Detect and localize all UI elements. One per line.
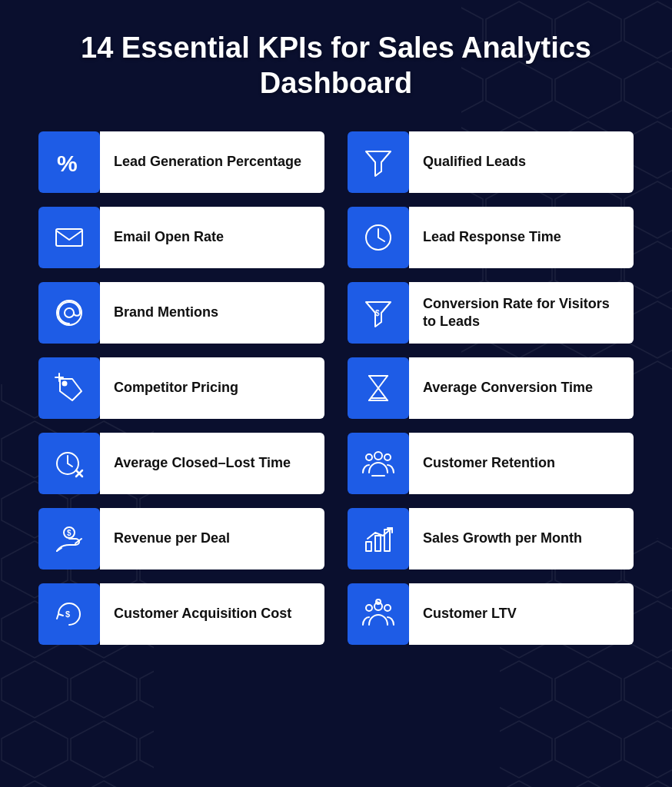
svg-point-26	[366, 605, 372, 611]
kpi-label-qualified-leads: Qualified Leads	[423, 153, 526, 171]
kpi-label-lead-response-time: Lead Response Time	[423, 228, 561, 246]
kpi-label-competitor-pricing: Competitor Pricing	[114, 379, 238, 397]
svg-point-16	[374, 452, 382, 460]
kpi-icon-lead-response-time	[348, 207, 409, 268]
kpi-icon-qualified-leads	[348, 131, 409, 193]
kpi-icon-customer-retention	[348, 433, 409, 494]
kpi-label-box-competitor-pricing: Competitor Pricing	[100, 357, 324, 419]
svg-point-18	[384, 454, 391, 460]
kpi-label-customer-retention: Customer Retention	[423, 454, 555, 472]
kpi-label-conversion-rate: Conversion Rate for Visitors to Leads	[423, 295, 620, 331]
kpi-label-box-average-closed-lost-time: Average Closed–Lost Time	[100, 433, 324, 494]
kpi-label-box-revenue-per-deal: Revenue per Deal	[100, 508, 324, 569]
kpi-card-lead-response-time: Lead Response Time	[348, 207, 634, 268]
kpi-label-box-email-open-rate: Email Open Rate	[100, 207, 324, 268]
kpi-card-revenue-per-deal: $ Revenue per Deal	[38, 508, 324, 569]
kpi-label-box-average-conversion-time: Average Conversion Time	[409, 357, 634, 419]
main-content: 14 Essential KPIs for Sales Analytics Da…	[0, 0, 672, 676]
kpi-label-sales-growth-per-month: Sales Growth per Month	[423, 530, 582, 547]
kpi-icon-brand-mentions	[38, 282, 100, 344]
kpi-label-box-lead-generation-percentage: Lead Generation Percentage	[100, 131, 324, 193]
kpi-label-box-lead-response-time: Lead Response Time	[409, 207, 634, 268]
kpi-card-average-closed-lost-time: Average Closed–Lost Time	[38, 433, 324, 494]
kpi-icon-lead-generation-percentage: %	[38, 131, 100, 193]
svg-point-10	[63, 382, 67, 386]
svg-point-27	[384, 605, 391, 611]
kpi-grid: % Lead Generation Percentage Qualified L…	[38, 131, 634, 645]
kpi-card-lead-generation-percentage: % Lead Generation Percentage	[38, 131, 324, 193]
svg-point-7	[57, 301, 82, 325]
kpi-icon-average-conversion-time	[348, 357, 409, 419]
kpi-label-box-customer-acquisition-cost: Customer Acquisition Cost	[100, 583, 324, 645]
kpi-icon-competitor-pricing	[38, 357, 100, 419]
kpi-icon-sales-growth-per-month	[348, 508, 409, 569]
kpi-label-average-closed-lost-time: Average Closed–Lost Time	[114, 454, 291, 472]
svg-rect-22	[375, 536, 381, 551]
svg-text:$: $	[65, 609, 70, 619]
svg-point-17	[366, 454, 372, 460]
kpi-label-revenue-per-deal: Revenue per Deal	[114, 530, 230, 547]
kpi-icon-customer-ltv: $	[348, 583, 409, 645]
kpi-label-box-conversion-rate: Conversion Rate for Visitors to Leads	[409, 282, 634, 344]
kpi-label-box-qualified-leads: Qualified Leads	[409, 131, 634, 193]
kpi-label-customer-ltv: Customer LTV	[423, 605, 517, 623]
kpi-label-brand-mentions: Brand Mentions	[114, 304, 218, 321]
kpi-icon-customer-acquisition-cost: $	[38, 583, 100, 645]
kpi-label-box-brand-mentions: Brand Mentions	[100, 282, 324, 344]
kpi-label-box-customer-retention: Customer Retention	[409, 433, 634, 494]
svg-rect-21	[366, 542, 371, 551]
page-title: 14 Essential KPIs for Sales Analytics Da…	[38, 31, 634, 101]
kpi-card-competitor-pricing: Competitor Pricing	[38, 357, 324, 419]
kpi-label-lead-generation-percentage: Lead Generation Percentage	[114, 153, 301, 171]
kpi-icon-revenue-per-deal: $	[38, 508, 100, 569]
kpi-label-average-conversion-time: Average Conversion Time	[423, 379, 593, 397]
kpi-card-conversion-rate: $ Conversion Rate for Visitors to Leads	[348, 282, 634, 344]
kpi-icon-average-closed-lost-time	[38, 433, 100, 494]
kpi-card-sales-growth-per-month: Sales Growth per Month	[348, 508, 634, 569]
svg-text:$: $	[67, 529, 72, 537]
svg-rect-5	[56, 229, 82, 246]
kpi-card-average-conversion-time: Average Conversion Time	[348, 357, 634, 419]
kpi-icon-email-open-rate	[38, 207, 100, 268]
kpi-card-customer-ltv: $ Customer LTV	[348, 583, 634, 645]
kpi-card-brand-mentions: Brand Mentions	[38, 282, 324, 344]
svg-text:%: %	[57, 151, 78, 176]
kpi-label-box-sales-growth-per-month: Sales Growth per Month	[409, 508, 634, 569]
svg-text:$: $	[375, 309, 380, 317]
svg-point-8	[65, 308, 74, 317]
kpi-label-box-customer-ltv: Customer LTV	[409, 583, 634, 645]
kpi-card-customer-retention: Customer Retention	[348, 433, 634, 494]
kpi-card-email-open-rate: Email Open Rate	[38, 207, 324, 268]
kpi-label-email-open-rate: Email Open Rate	[114, 228, 224, 246]
kpi-card-customer-acquisition-cost: $ Customer Acquisition Cost	[38, 583, 324, 645]
kpi-label-customer-acquisition-cost: Customer Acquisition Cost	[114, 605, 291, 623]
kpi-icon-conversion-rate: $	[348, 282, 409, 344]
kpi-card-qualified-leads: Qualified Leads	[348, 131, 634, 193]
